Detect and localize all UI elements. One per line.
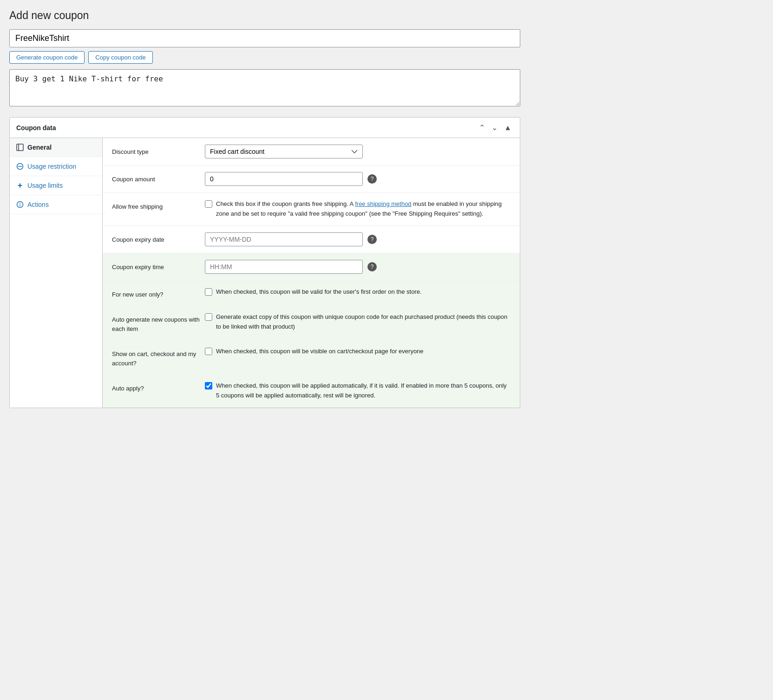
allow-free-shipping-label: Allow free shipping — [112, 199, 205, 211]
show-on-cart-row: Show on cart, checkout and my account? W… — [103, 340, 520, 375]
auto-generate-checkbox[interactable] — [205, 313, 212, 321]
auto-apply-checkbox[interactable] — [205, 382, 212, 390]
coupon-amount-content: ? — [205, 172, 511, 186]
generate-coupon-button[interactable]: Generate coupon code — [9, 51, 85, 64]
restrict-icon — [16, 163, 24, 170]
auto-generate-content: Generate exact copy of this coupon with … — [205, 312, 511, 332]
auto-apply-text: When checked, this coupon will be applie… — [216, 381, 511, 401]
description-textarea[interactable]: Buy 3 get 1 Nike T-shirt for free — [9, 69, 520, 106]
limits-icon — [16, 182, 24, 189]
collapse-up-button[interactable]: ⌃ — [477, 122, 487, 133]
allow-free-shipping-checkbox[interactable] — [205, 200, 212, 208]
allow-free-shipping-text: Check this box if the coupon grants free… — [216, 199, 511, 219]
svg-rect-0 — [17, 144, 23, 151]
actions-icon — [16, 201, 24, 208]
for-new-user-row: For new user only? When checked, this co… — [103, 281, 520, 306]
coupon-expiry-time-input[interactable] — [205, 260, 363, 274]
coupon-expiry-time-content: ? — [205, 260, 511, 274]
auto-generate-label: Auto generate new coupons with each item — [112, 312, 205, 333]
coupon-amount-input[interactable] — [205, 172, 363, 186]
auto-generate-text: Generate exact copy of this coupon with … — [216, 312, 511, 332]
for-new-user-checkbox[interactable] — [205, 288, 212, 296]
page-title: Add new coupon — [9, 9, 520, 22]
coupon-data-title: Coupon data — [16, 124, 56, 132]
sidebar-item-usage-restriction-label: Usage restriction — [27, 163, 76, 170]
coupon-amount-row: Coupon amount ? — [103, 165, 520, 193]
discount-type-content: Percentage discount Fixed cart discount … — [205, 145, 511, 158]
auto-generate-row: Auto generate new coupons with each item… — [103, 306, 520, 340]
coupon-data-panel: Coupon data ⌃ ⌄ ▲ General — [9, 117, 520, 408]
svg-point-8 — [20, 203, 20, 204]
coupon-expiry-date-help[interactable]: ? — [367, 235, 377, 244]
free-shipping-link[interactable]: free shipping method — [355, 200, 411, 207]
show-on-cart-content: When checked, this coupon will be visibl… — [205, 347, 511, 357]
sidebar-item-usage-limits[interactable]: Usage limits — [10, 176, 102, 195]
expand-button[interactable]: ▲ — [502, 123, 513, 133]
for-new-user-text: When checked, this coupon will be valid … — [216, 287, 422, 297]
coupon-expiry-date-input[interactable] — [205, 232, 363, 246]
coupon-expiry-time-row: Coupon expiry time ? — [103, 253, 520, 281]
show-on-cart-label: Show on cart, checkout and my account? — [112, 347, 205, 368]
coupon-data-sidebar: General Usage restriction — [10, 138, 103, 408]
coupon-amount-help[interactable]: ? — [367, 174, 377, 184]
for-new-user-label: For new user only? — [112, 287, 205, 299]
sidebar-item-general-label: General — [27, 144, 52, 151]
auto-apply-label: Auto apply? — [112, 381, 205, 393]
sidebar-item-actions[interactable]: Actions — [10, 195, 102, 214]
auto-apply-content: When checked, this coupon will be applie… — [205, 381, 511, 401]
coupon-expiry-time-label: Coupon expiry time — [112, 260, 205, 272]
show-on-cart-text: When checked, this coupon will be visibl… — [216, 347, 424, 357]
coupon-code-input[interactable] — [9, 29, 520, 47]
coupon-data-main: Discount type Percentage discount Fixed … — [103, 138, 520, 408]
coupon-data-header: Coupon data ⌃ ⌄ ▲ — [10, 118, 520, 138]
discount-type-label: Discount type — [112, 145, 205, 157]
coupon-expiry-time-help[interactable]: ? — [367, 262, 377, 271]
coupon-expiry-date-label: Coupon expiry date — [112, 232, 205, 244]
discount-type-select[interactable]: Percentage discount Fixed cart discount … — [205, 145, 363, 158]
coupon-amount-label: Coupon amount — [112, 172, 205, 184]
auto-apply-row: Auto apply? When checked, this coupon wi… — [103, 375, 520, 408]
allow-free-shipping-content: Check this box if the coupon grants free… — [205, 199, 511, 219]
copy-coupon-button[interactable]: Copy coupon code — [88, 51, 152, 64]
coupon-expiry-date-content: ? — [205, 232, 511, 246]
allow-free-shipping-row: Allow free shipping Check this box if th… — [103, 193, 520, 226]
sidebar-item-actions-label: Actions — [27, 201, 49, 208]
for-new-user-content: When checked, this coupon will be valid … — [205, 287, 511, 297]
sidebar-item-usage-limits-label: Usage limits — [27, 182, 63, 189]
tag-icon — [16, 144, 24, 151]
sidebar-item-usage-restriction[interactable]: Usage restriction — [10, 157, 102, 176]
coupon-expiry-date-row: Coupon expiry date ? — [103, 226, 520, 253]
show-on-cart-checkbox[interactable] — [205, 348, 212, 355]
collapse-down-button[interactable]: ⌄ — [490, 122, 499, 133]
discount-type-row: Discount type Percentage discount Fixed … — [103, 138, 520, 165]
sidebar-item-general[interactable]: General — [10, 138, 102, 157]
